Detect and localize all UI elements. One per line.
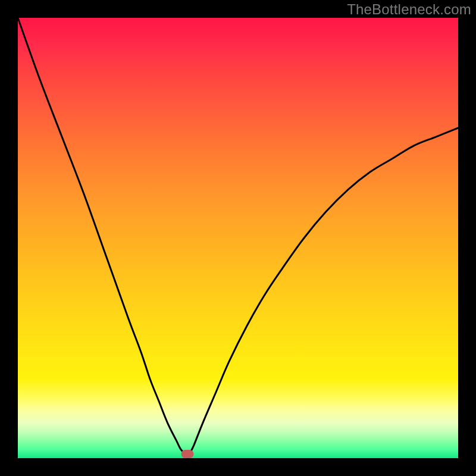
curve-layer — [0, 0, 476, 476]
curve-left-branch — [18, 18, 185, 454]
curve-right-branch — [190, 128, 458, 454]
bottleneck-marker — [181, 450, 193, 458]
watermark-text: TheBottleneck.com — [347, 1, 471, 18]
chart-frame: TheBottleneck.com — [0, 0, 476, 476]
